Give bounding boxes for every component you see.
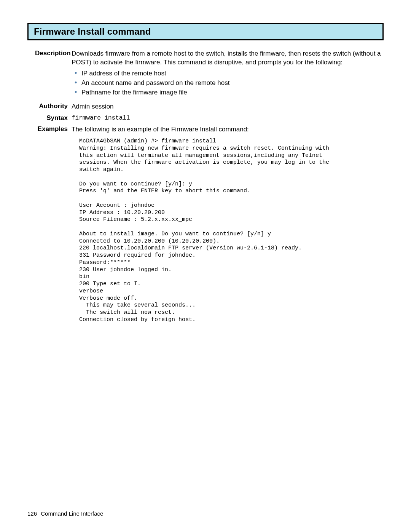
examples-code-block: McDATA4GbSAN (admin) #> firmware install… — [79, 138, 384, 324]
page-number: 126 — [27, 510, 37, 517]
bullet-item: IP address of the remote host — [81, 69, 384, 78]
examples-row: Examples The following is an example of … — [35, 125, 384, 323]
examples-content: The following is an example of the Firmw… — [72, 125, 384, 323]
footer-section-name: Command Line Interface — [41, 510, 103, 517]
description-content: Downloads firmware from a remote host to… — [72, 50, 384, 99]
page-footer: 126 Command Line Interface — [27, 510, 103, 517]
authority-label: Authority — [35, 102, 72, 110]
definition-list: Description Downloads firmware from a re… — [35, 50, 384, 324]
authority-text: Admin session — [72, 102, 384, 111]
description-text: Downloads firmware from a remote host to… — [72, 50, 384, 67]
syntax-label: Syntax — [35, 114, 72, 122]
description-bullets: IP address of the remote host An account… — [72, 69, 384, 97]
section-title-box: Firmware Install command — [27, 23, 384, 40]
bullet-item: Pathname for the firmware image file — [81, 88, 384, 97]
bullet-item: An account name and password on the remo… — [81, 79, 384, 88]
examples-label: Examples — [35, 125, 72, 133]
syntax-row: Syntax firmware install — [35, 114, 384, 123]
examples-intro: The following is an example of the Firmw… — [72, 125, 384, 134]
syntax-text: firmware install — [72, 114, 384, 123]
authority-row: Authority Admin session — [35, 102, 384, 111]
description-label: Description — [35, 50, 72, 57]
description-row: Description Downloads firmware from a re… — [35, 50, 384, 99]
section-title: Firmware Install command — [34, 26, 377, 37]
